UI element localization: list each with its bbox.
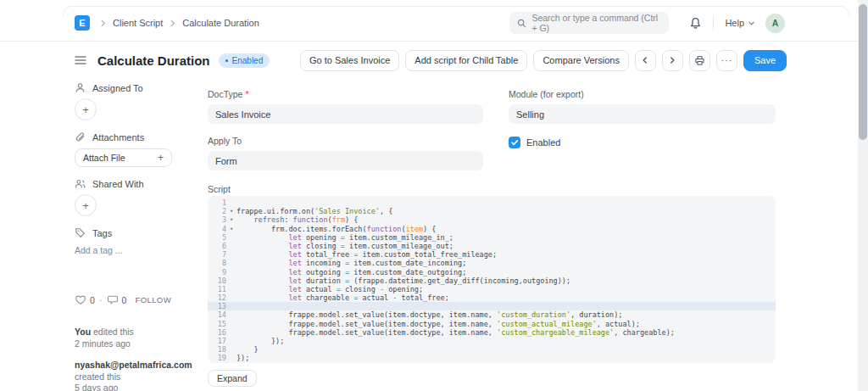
line-number-gutter: 6: [208, 242, 236, 250]
scrollbar-thumb[interactable]: [859, 4, 867, 140]
previous-document-button[interactable]: [635, 50, 656, 71]
plus-icon: +: [82, 103, 89, 116]
code-line-9[interactable]: 9 let outgoing = item.custom_date_outgoi…: [208, 268, 776, 276]
app-logo[interactable]: E: [75, 15, 90, 31]
shared-with-section: Shared With: [75, 178, 198, 189]
created-action: created this: [75, 371, 198, 383]
enabled-field: Enabled: [509, 137, 776, 148]
line-number-gutter: 14: [208, 310, 236, 319]
scrollbar-track[interactable]: [858, 0, 868, 391]
created-time: 5 days ago: [75, 383, 198, 391]
code-line-8[interactable]: 8 let incoming = item.custom_date_incomi…: [208, 259, 776, 267]
line-number-gutter: 7: [208, 250, 236, 259]
status-badge-label: Enabled: [232, 56, 264, 65]
code-line-12[interactable]: 12 let chargeable = actual - total_free;: [208, 293, 776, 302]
line-number-gutter: 4▾: [208, 225, 236, 233]
assigned-to-section: Assigned To: [75, 82, 198, 93]
code-line-5[interactable]: 5 let opening = item.custom_mileage_in_;: [208, 233, 776, 242]
edited-by: You: [75, 327, 91, 337]
save-button[interactable]: Save: [743, 50, 787, 71]
code-line-7[interactable]: 7 let total_free = item.custom_total_fre…: [208, 250, 776, 259]
header-actions: Go to Sales Invoice Add script for Child…: [300, 50, 787, 71]
line-number-gutter: 5: [208, 233, 236, 242]
code-line-10[interactable]: 10 let duration = (frappe.datetime.get_d…: [208, 276, 776, 285]
created-by: nyashak@petalmafrica.com: [75, 360, 198, 371]
follow-button[interactable]: FOLLOW: [135, 295, 171, 304]
line-number-gutter: 19: [208, 354, 236, 362]
attach-file-button[interactable]: Attach File +: [75, 148, 172, 167]
code-line-1[interactable]: 1: [208, 198, 776, 207]
apply-to-field: Apply To Form: [208, 136, 483, 170]
form-column-left: DocType* Sales Invoice Apply To Form: [208, 89, 483, 170]
line-number-gutter: 9: [208, 268, 236, 276]
comment-icon[interactable]: [107, 294, 119, 305]
form-body: DocType* Sales Invoice Apply To Form Mod…: [208, 89, 776, 387]
edited-line: You edited this: [75, 327, 198, 338]
next-document-button[interactable]: [662, 50, 683, 71]
code-line-18[interactable]: 18 }: [208, 345, 776, 354]
tag-icon: [75, 227, 86, 238]
menu-button[interactable]: ···: [716, 50, 737, 71]
plus-icon: +: [82, 199, 89, 212]
heart-icon[interactable]: [75, 294, 86, 305]
edited-action: edited this: [93, 327, 134, 337]
code-line-6[interactable]: 6 let closing = item.custom_mileage_out;: [208, 242, 776, 250]
chevron-right-icon: [99, 20, 107, 27]
help-menu-button[interactable]: Help: [725, 18, 755, 28]
paperclip-icon: [75, 131, 86, 142]
assigned-to-label: Assigned To: [92, 83, 143, 93]
code-line-11[interactable]: 11 let actual = closing - opening;: [208, 285, 776, 293]
doctype-field: DocType* Sales Invoice: [208, 89, 483, 124]
go-to-sales-invoice-button[interactable]: Go to Sales Invoice: [300, 50, 399, 71]
code-line-19[interactable]: 19});: [208, 354, 776, 362]
code-line-13[interactable]: 13: [208, 302, 776, 310]
compare-versions-button[interactable]: Compare Versions: [533, 50, 629, 71]
line-number-gutter: 11: [208, 285, 236, 293]
users-icon: [75, 178, 86, 189]
code-line-2[interactable]: 2▾frappe.ui.form.on('Sales Invoice', {: [208, 207, 776, 215]
code-line-17[interactable]: 17 });: [208, 337, 776, 345]
bell-icon: [689, 17, 702, 30]
line-number-gutter: 15: [208, 320, 236, 328]
enabled-checkbox[interactable]: [509, 137, 520, 148]
tags-section: Tags: [75, 227, 198, 238]
code-fold-icon[interactable]: ▾: [226, 215, 236, 224]
edited-time: 2 minutes ago: [75, 338, 198, 350]
user-avatar[interactable]: A: [765, 14, 785, 33]
module-field: Module (for export) Selling: [509, 89, 776, 124]
code-fold-icon[interactable]: ▾: [226, 207, 236, 215]
breadcrumb-item-calculate-duration[interactable]: Calculate Duration: [182, 18, 259, 28]
doctype-input[interactable]: Sales Invoice: [208, 104, 483, 124]
line-number-gutter: 18: [208, 345, 236, 354]
breadcrumb-item-client-script[interactable]: Client Script: [113, 18, 163, 28]
apply-to-input[interactable]: Form: [208, 151, 483, 170]
attachments-label: Attachments: [92, 132, 144, 142]
code-line-14[interactable]: 14 frappe.model.set_value(item.doctype, …: [208, 310, 776, 319]
add-script-for-child-table-button[interactable]: Add script for Child Table: [405, 50, 527, 71]
apply-to-label: Apply To: [208, 136, 483, 146]
line-number-gutter: 17: [208, 337, 236, 345]
user-avatar-initial: A: [772, 18, 779, 28]
comment-count: 0: [122, 295, 127, 305]
code-line-3[interactable]: 3▾ refresh: function(frm) {: [208, 215, 776, 224]
required-marker: *: [245, 89, 248, 99]
expand-editor-button[interactable]: Expand: [208, 370, 257, 387]
like-count: 0: [90, 295, 95, 305]
code-lines: 12▾frappe.ui.form.on('Sales Invoice', {3…: [208, 198, 776, 363]
line-number-gutter: 2▾: [208, 207, 236, 215]
script-label: Script: [208, 184, 776, 194]
enabled-label: Enabled: [526, 137, 560, 148]
code-line-16[interactable]: 16 frappe.model.set_value(item.doctype, …: [208, 328, 776, 337]
notifications-button[interactable]: [689, 17, 702, 30]
print-button[interactable]: [689, 50, 710, 71]
code-line-4[interactable]: 4▾ frm.doc.items.forEach(function(item) …: [208, 225, 776, 233]
add-assignment-button[interactable]: +: [75, 98, 97, 120]
add-share-button[interactable]: +: [75, 194, 97, 216]
code-fold-icon[interactable]: ▾: [226, 225, 236, 233]
code-line-15[interactable]: 15 frappe.model.set_value(item.doctype, …: [208, 320, 776, 328]
add-tag-input[interactable]: Add a tag ...: [75, 245, 198, 255]
global-search-input[interactable]: Search or type a command (Ctrl + G): [509, 12, 669, 34]
script-code-editor[interactable]: 12▾frappe.ui.form.on('Sales Invoice', {3…: [208, 196, 776, 363]
module-input[interactable]: Selling: [509, 104, 776, 124]
sidebar-toggle-button[interactable]: [75, 53, 86, 67]
